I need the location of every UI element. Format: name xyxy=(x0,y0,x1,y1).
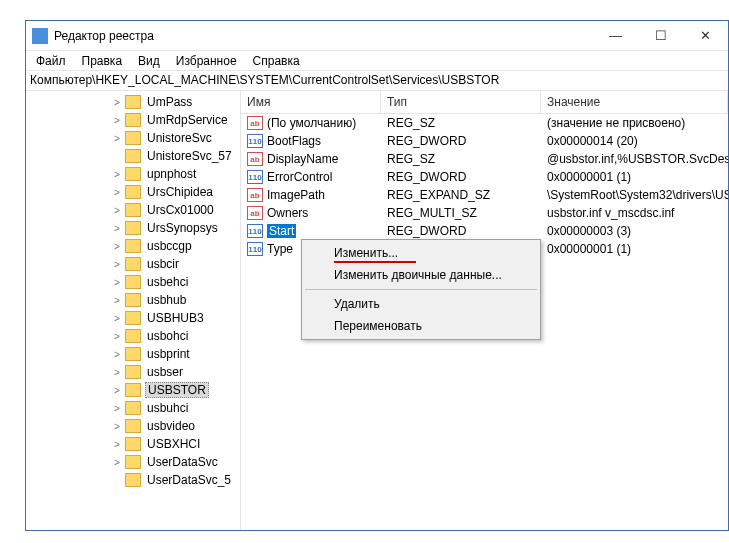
column-type[interactable]: Тип xyxy=(381,91,541,113)
address-bar[interactable]: Компьютер\HKEY_LOCAL_MACHINE\SYSTEM\Curr… xyxy=(26,71,728,91)
expand-icon[interactable]: > xyxy=(111,169,123,180)
tree-item-label: UnistoreSvc xyxy=(145,131,214,145)
window-title: Редактор реестра xyxy=(54,29,593,43)
folder-icon xyxy=(125,149,141,163)
tree-item[interactable]: >usbehci xyxy=(26,273,240,291)
values-pane[interactable]: Имя Тип Значение ab(По умолчанию)REG_SZ(… xyxy=(241,91,728,530)
value-row[interactable]: 110StartREG_DWORD0x00000003 (3) xyxy=(241,222,728,240)
tree-item[interactable]: >upnphost xyxy=(26,165,240,183)
value-row[interactable]: abOwnersREG_MULTI_SZusbstor.inf v_mscdsc… xyxy=(241,204,728,222)
folder-icon xyxy=(125,95,141,109)
folder-icon xyxy=(125,113,141,127)
tree-item[interactable]: >UrsCx01000 xyxy=(26,201,240,219)
tree-item-label: usbser xyxy=(145,365,185,379)
value-data: \SystemRoot\System32\drivers\USBST xyxy=(541,188,728,202)
expand-icon[interactable]: > xyxy=(111,223,123,234)
tree-item[interactable]: UserDataSvc_5 xyxy=(26,471,240,489)
expand-icon[interactable]: > xyxy=(111,331,123,342)
expand-icon[interactable]: > xyxy=(111,205,123,216)
titlebar[interactable]: Редактор реестра — ☐ ✕ xyxy=(26,21,728,51)
minimize-button[interactable]: — xyxy=(593,21,638,50)
menu-edit[interactable]: Правка xyxy=(74,52,131,70)
expand-icon[interactable]: > xyxy=(111,421,123,432)
tree-item[interactable]: >usbser xyxy=(26,363,240,381)
ctx-modify[interactable]: Изменить... xyxy=(304,242,538,264)
expand-icon[interactable]: > xyxy=(111,439,123,450)
expand-icon[interactable]: > xyxy=(111,457,123,468)
value-row[interactable]: abImagePathREG_EXPAND_SZ\SystemRoot\Syst… xyxy=(241,186,728,204)
expand-icon[interactable]: > xyxy=(111,115,123,126)
expand-icon[interactable]: > xyxy=(111,277,123,288)
tree-item[interactable]: >usbprint xyxy=(26,345,240,363)
tree-item[interactable]: >UmPass xyxy=(26,93,240,111)
value-type-icon: 110 xyxy=(247,170,263,184)
ctx-rename[interactable]: Переименовать xyxy=(304,315,538,337)
tree-item[interactable]: >usbuhci xyxy=(26,399,240,417)
tree-item[interactable]: UnistoreSvc_57 xyxy=(26,147,240,165)
value-name: ImagePath xyxy=(267,188,325,202)
folder-icon xyxy=(125,275,141,289)
folder-icon xyxy=(125,239,141,253)
value-row[interactable]: 110BootFlagsREG_DWORD0x00000014 (20) xyxy=(241,132,728,150)
value-name: Owners xyxy=(267,206,308,220)
folder-icon xyxy=(125,293,141,307)
menu-view[interactable]: Вид xyxy=(130,52,168,70)
ctx-delete[interactable]: Удалить xyxy=(304,293,538,315)
tree-item-label: UrsSynopsys xyxy=(145,221,220,235)
folder-icon xyxy=(125,203,141,217)
highlight-underline xyxy=(334,261,416,263)
expand-icon[interactable]: > xyxy=(111,259,123,270)
value-row[interactable]: ab(По умолчанию)REG_SZ(значение не присв… xyxy=(241,114,728,132)
tree-item[interactable]: >UmRdpService xyxy=(26,111,240,129)
expand-icon[interactable]: > xyxy=(111,385,123,396)
maximize-button[interactable]: ☐ xyxy=(638,21,683,50)
value-type: REG_MULTI_SZ xyxy=(381,206,541,220)
value-name: (По умолчанию) xyxy=(267,116,356,130)
column-value[interactable]: Значение xyxy=(541,91,728,113)
expand-icon[interactable]: > xyxy=(111,313,123,324)
tree-item-label: usbcir xyxy=(145,257,181,271)
menu-help[interactable]: Справка xyxy=(245,52,308,70)
folder-icon xyxy=(125,347,141,361)
tree-item[interactable]: >USBSTOR xyxy=(26,381,240,399)
expand-icon[interactable]: > xyxy=(111,133,123,144)
expand-icon[interactable]: > xyxy=(111,403,123,414)
tree-item-label: UnistoreSvc_57 xyxy=(145,149,234,163)
tree-item[interactable]: >USBXHCI xyxy=(26,435,240,453)
menu-favorites[interactable]: Избранное xyxy=(168,52,245,70)
tree-item-label: USBXHCI xyxy=(145,437,202,451)
value-row[interactable]: 110ErrorControlREG_DWORD0x00000001 (1) xyxy=(241,168,728,186)
tree-item-label: UserDataSvc xyxy=(145,455,220,469)
tree-item[interactable]: >usbhub xyxy=(26,291,240,309)
tree-item[interactable]: >UserDataSvc xyxy=(26,453,240,471)
tree-item[interactable]: >UrsSynopsys xyxy=(26,219,240,237)
value-data: 0x00000001 (1) xyxy=(541,242,728,256)
folder-icon xyxy=(125,131,141,145)
value-type-icon: ab xyxy=(247,206,263,220)
value-type: REG_DWORD xyxy=(381,170,541,184)
value-row[interactable]: abDisplayNameREG_SZ@usbstor.inf,%USBSTOR… xyxy=(241,150,728,168)
expand-icon[interactable]: > xyxy=(111,367,123,378)
tree-item[interactable]: >usbohci xyxy=(26,327,240,345)
tree-item[interactable]: >usbvideo xyxy=(26,417,240,435)
value-type: REG_DWORD xyxy=(381,134,541,148)
expand-icon[interactable]: > xyxy=(111,187,123,198)
tree-item[interactable]: >usbccgp xyxy=(26,237,240,255)
value-name: BootFlags xyxy=(267,134,321,148)
expand-icon[interactable]: > xyxy=(111,295,123,306)
tree-item[interactable]: >UnistoreSvc xyxy=(26,129,240,147)
close-button[interactable]: ✕ xyxy=(683,21,728,50)
value-data: 0x00000003 (3) xyxy=(541,224,728,238)
value-data: usbstor.inf v_mscdsc.inf xyxy=(541,206,728,220)
column-name[interactable]: Имя xyxy=(241,91,381,113)
tree-item[interactable]: >UrsChipidea xyxy=(26,183,240,201)
tree-pane[interactable]: >UmPass>UmRdpService>UnistoreSvcUnistore… xyxy=(26,91,241,530)
ctx-modify-binary[interactable]: Изменить двоичные данные... xyxy=(304,264,538,286)
expand-icon[interactable]: > xyxy=(111,349,123,360)
expand-icon[interactable]: > xyxy=(111,241,123,252)
expand-icon[interactable]: > xyxy=(111,97,123,108)
tree-item[interactable]: >usbcir xyxy=(26,255,240,273)
tree-item[interactable]: >USBHUB3 xyxy=(26,309,240,327)
menu-file[interactable]: Файл xyxy=(28,52,74,70)
folder-icon xyxy=(125,221,141,235)
